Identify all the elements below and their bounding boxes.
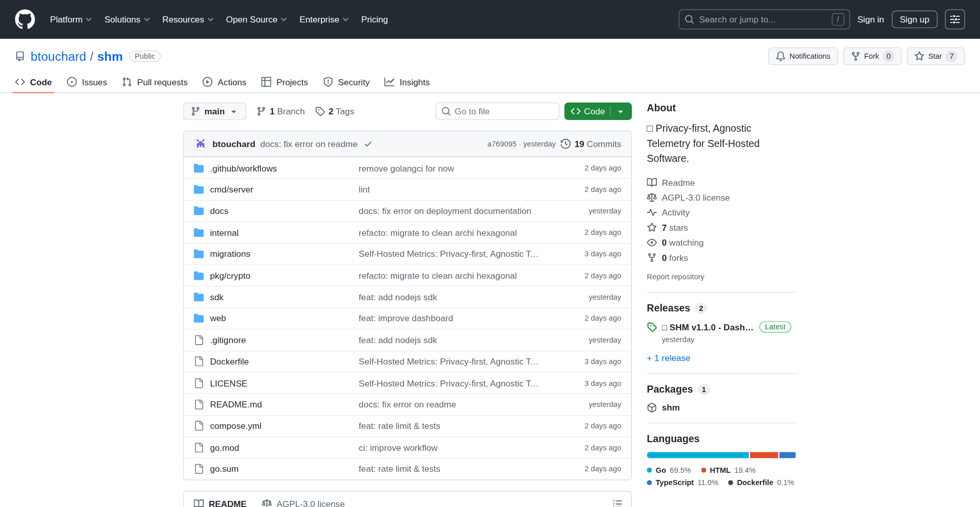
file-commit-message-link[interactable]: feat: add nodejs sdk	[359, 292, 543, 302]
star-button[interactable]: Star 7	[907, 47, 965, 65]
language-segment[interactable]	[647, 452, 748, 458]
outline-button[interactable]	[609, 495, 626, 507]
tags-link[interactable]: 2 Tags	[315, 106, 354, 116]
repo-owner-link[interactable]: btouchard	[31, 49, 86, 63]
notifications-button[interactable]: Notifications	[768, 47, 838, 65]
header-nav-item[interactable]: Enterprise	[293, 14, 355, 25]
file-commit-message-link[interactable]: ci: improve workflow	[359, 443, 543, 453]
releases-section: Releases 2 □ SHM v1.1.0 - Dashboard, Gr……	[647, 303, 797, 374]
releases-count: 2	[695, 303, 707, 314]
about-section: About □ Privacy-first, Agnostic Telemetr…	[647, 103, 797, 293]
tab-security[interactable]: Security	[318, 71, 375, 93]
more-releases-link[interactable]: + 1 release	[647, 353, 690, 363]
watching-link[interactable]: 0 watching	[647, 235, 797, 250]
file-name-link[interactable]: LICENSE	[210, 378, 247, 388]
file-name-link[interactable]: Dockerfile	[210, 356, 249, 367]
file-name-link[interactable]: go.mod	[210, 443, 239, 453]
language-dot-icon	[647, 480, 652, 485]
report-repository-link[interactable]: Report repository	[647, 273, 704, 281]
file-name-link[interactable]: .github/workflows	[210, 163, 277, 173]
file-commit-message-link[interactable]: refacto: migrate to clean archi hexagona…	[359, 271, 543, 281]
search-input[interactable]: Search or jump to... /	[678, 9, 850, 29]
repo-name-link[interactable]: shm	[97, 49, 122, 63]
file-commit-message-link[interactable]: feat: rate limit & tests	[359, 421, 543, 431]
commit-history-link[interactable]: 19 Commits	[561, 139, 621, 149]
tab-issues[interactable]: Issues	[62, 71, 112, 93]
file-commit-message-link[interactable]: docs: fix error on readme	[359, 399, 543, 409]
fork-button[interactable]: Fork 0	[843, 47, 902, 65]
file-name-link[interactable]: internal	[210, 228, 238, 238]
file-commit-message-link[interactable]: lint	[359, 184, 543, 195]
tab-projects[interactable]: Projects	[256, 71, 313, 93]
go-to-file-input[interactable]: Go to file	[435, 103, 559, 120]
github-logo[interactable]	[15, 9, 35, 29]
file-name-link[interactable]: docs	[210, 206, 228, 216]
file-name-link[interactable]: compose.yml	[210, 421, 261, 431]
release-time: yesterday	[662, 335, 791, 344]
license-link[interactable]: AGPL-3.0 license	[647, 190, 797, 205]
file-commit-time: 2 days ago	[552, 465, 621, 473]
file-name-link[interactable]: .gitignore	[210, 335, 246, 345]
file-name-link[interactable]: migrations	[210, 249, 250, 259]
file-commit-message-link[interactable]: feat: improve dashboard	[359, 313, 543, 324]
table-row: sdk feat: add nodejs sdk yesterday	[184, 286, 631, 307]
file-commit-time: 2 days ago	[552, 228, 621, 237]
header-nav-item[interactable]: Open Source	[220, 14, 293, 25]
file-commit-message-link[interactable]: remove golangci for now	[359, 163, 543, 173]
commit-message-link[interactable]: docs: fix error on readme	[260, 139, 358, 149]
avatar[interactable]	[194, 137, 208, 151]
table-row: web feat: improve dashboard 2 days ago	[184, 307, 631, 329]
file-name-link[interactable]: pkg/crypto	[210, 271, 250, 281]
commit-author-link[interactable]: btouchard	[212, 139, 255, 149]
language-legend-item[interactable]: TypeScript 11.0%	[647, 478, 718, 487]
commit-status-check[interactable]	[364, 139, 373, 148]
code-button[interactable]: Code	[564, 103, 632, 120]
file-commit-message-link[interactable]: Self-Hosted Metrics: Privacy-first, Agno…	[359, 249, 543, 259]
header-nav-item[interactable]: Solutions	[98, 14, 156, 25]
activity-link[interactable]: Activity	[647, 205, 797, 220]
language-segment[interactable]	[750, 452, 778, 458]
file-commit-message-link[interactable]: docs: fix error on deployment documentat…	[359, 206, 543, 216]
file-name-link[interactable]: README.md	[210, 399, 262, 409]
file-commit-time: 2 days ago	[552, 185, 621, 194]
sign-in-link[interactable]: Sign in	[857, 14, 884, 25]
fork-count: 0	[883, 51, 895, 62]
file-commit-message-link[interactable]: feat: add nodejs sdk	[359, 335, 543, 345]
language-legend-item[interactable]: HTML 19.4%	[701, 466, 756, 474]
table-row: go.sum feat: rate limit & tests 2 days a…	[184, 458, 631, 479]
package-link[interactable]: shm	[647, 403, 797, 413]
appearance-settings-button[interactable]	[945, 9, 965, 29]
branch-selector[interactable]: main	[183, 103, 246, 120]
file-name-link[interactable]: cmd/server	[210, 184, 253, 195]
file-name-link[interactable]: go.sum	[210, 464, 238, 474]
tab-pull-requests[interactable]: Pull requests	[117, 71, 193, 93]
file-commit-message-link[interactable]: refacto: migrate to clean archi hexagona…	[359, 228, 543, 238]
stars-link[interactable]: 7 stars	[647, 220, 797, 235]
file-name-link[interactable]: web	[210, 313, 226, 324]
tab-license[interactable]: AGPL-3.0 license	[257, 491, 350, 507]
branches-link[interactable]: 1 Branch	[256, 106, 305, 116]
readme-link[interactable]: Readme	[647, 175, 797, 190]
header-nav-item[interactable]: Pricing	[355, 14, 394, 25]
tab-actions[interactable]: Actions	[198, 71, 251, 93]
forks-link[interactable]: 0 forks	[647, 250, 797, 265]
tab-insights[interactable]: Insights	[380, 71, 435, 93]
languages-title: Languages	[647, 433, 797, 445]
sign-up-button[interactable]: Sign up	[892, 11, 938, 28]
tab-code[interactable]: Code	[10, 71, 57, 93]
languages-legend: Go 69.5% HTML 19.4% TypeScript	[647, 466, 797, 487]
language-legend-item[interactable]: Dockerfile 0.1%	[728, 478, 794, 487]
latest-release[interactable]: □ SHM v1.1.0 - Dashboard, Gr… Latest yes…	[647, 321, 797, 344]
file-commit-message-link[interactable]: Self-Hosted Metrics: Privacy-first, Agno…	[359, 378, 543, 388]
header-nav-item[interactable]: Resources	[156, 14, 220, 25]
language-legend-item[interactable]: Go 69.5%	[647, 466, 691, 474]
packages-title: Packages 1	[647, 384, 797, 395]
tab-readme[interactable]: README	[189, 491, 252, 507]
chevron-down-icon	[342, 16, 349, 22]
file-commit-message-link[interactable]: Self-Hosted Metrics: Privacy-first, Agno…	[359, 356, 543, 367]
commit-sha-time-link[interactable]: a769095 · yesterday	[487, 139, 556, 148]
file-name-link[interactable]: sdk	[210, 292, 224, 302]
file-commit-message-link[interactable]: feat: rate limit & tests	[359, 464, 543, 474]
language-segment[interactable]	[779, 452, 796, 458]
header-nav-item[interactable]: Platform	[44, 14, 99, 25]
